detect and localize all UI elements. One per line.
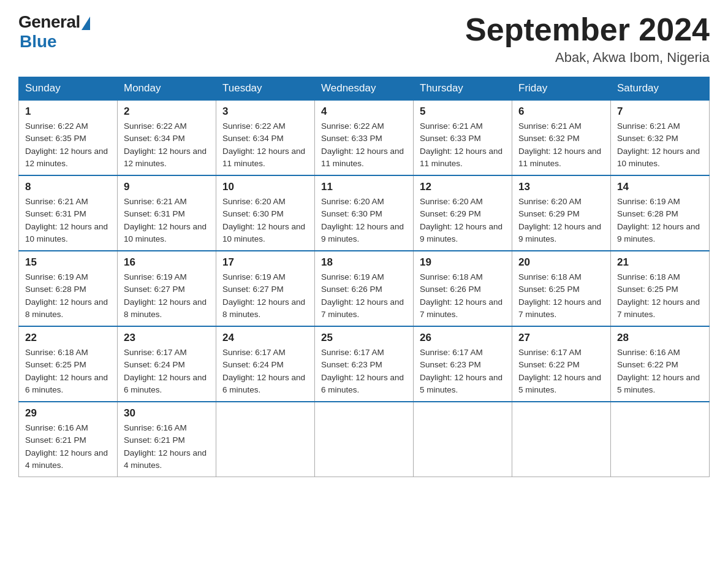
calendar-cell: 14Sunrise: 6:19 AMSunset: 6:28 PMDayligh… — [611, 175, 710, 251]
calendar-cell: 11Sunrise: 6:20 AMSunset: 6:30 PMDayligh… — [315, 175, 414, 251]
day-info: Sunrise: 6:18 AMSunset: 6:25 PMDaylight:… — [518, 271, 604, 321]
calendar-cell: 5Sunrise: 6:21 AMSunset: 6:33 PMDaylight… — [414, 100, 512, 175]
day-number: 25 — [321, 332, 407, 344]
calendar-cell — [512, 402, 611, 477]
calendar-cell: 9Sunrise: 6:21 AMSunset: 6:31 PMDaylight… — [118, 175, 216, 251]
month-title: September 2024 — [465, 12, 710, 47]
day-number: 27 — [518, 332, 604, 344]
calendar-cell: 22Sunrise: 6:18 AMSunset: 6:25 PMDayligh… — [19, 326, 118, 402]
day-number: 9 — [124, 181, 210, 193]
calendar-cell: 1Sunrise: 6:22 AMSunset: 6:35 PMDaylight… — [19, 100, 118, 175]
logo-blue-text: Blue — [20, 32, 57, 52]
calendar-cell: 29Sunrise: 6:16 AMSunset: 6:21 PMDayligh… — [19, 402, 118, 477]
day-number: 5 — [420, 105, 506, 118]
day-info: Sunrise: 6:21 AMSunset: 6:32 PMDaylight:… — [518, 120, 604, 170]
day-number: 16 — [124, 256, 210, 269]
calendar-cell — [414, 402, 512, 477]
week-row-3: 15Sunrise: 6:19 AMSunset: 6:28 PMDayligh… — [19, 251, 710, 326]
day-number: 19 — [420, 256, 506, 269]
day-info: Sunrise: 6:19 AMSunset: 6:27 PMDaylight:… — [222, 271, 308, 321]
day-number: 23 — [124, 332, 210, 344]
calendar-cell: 24Sunrise: 6:17 AMSunset: 6:24 PMDayligh… — [216, 326, 315, 402]
week-row-2: 8Sunrise: 6:21 AMSunset: 6:31 PMDaylight… — [19, 175, 710, 251]
day-info: Sunrise: 6:18 AMSunset: 6:26 PMDaylight:… — [420, 271, 506, 321]
calendar-table: SundayMondayTuesdayWednesdayThursdayFrid… — [18, 77, 710, 477]
calendar-cell: 21Sunrise: 6:18 AMSunset: 6:25 PMDayligh… — [611, 251, 710, 326]
logo-triangle-icon — [82, 17, 90, 30]
logo-general-text: General — [18, 12, 80, 32]
day-info: Sunrise: 6:17 AMSunset: 6:24 PMDaylight:… — [124, 347, 210, 396]
day-info: Sunrise: 6:21 AMSunset: 6:33 PMDaylight:… — [420, 120, 506, 170]
weekday-header-wednesday: Wednesday — [315, 77, 414, 101]
day-info: Sunrise: 6:17 AMSunset: 6:23 PMDaylight:… — [321, 347, 407, 396]
weekday-header-friday: Friday — [512, 77, 611, 101]
day-number: 4 — [321, 105, 407, 118]
day-info: Sunrise: 6:19 AMSunset: 6:28 PMDaylight:… — [617, 196, 703, 245]
day-info: Sunrise: 6:21 AMSunset: 6:31 PMDaylight:… — [124, 196, 210, 245]
calendar-cell: 17Sunrise: 6:19 AMSunset: 6:27 PMDayligh… — [216, 251, 315, 326]
weekday-header-row: SundayMondayTuesdayWednesdayThursdayFrid… — [19, 77, 710, 101]
calendar-cell — [611, 402, 710, 477]
calendar-cell: 20Sunrise: 6:18 AMSunset: 6:25 PMDayligh… — [512, 251, 611, 326]
day-info: Sunrise: 6:16 AMSunset: 6:21 PMDaylight:… — [124, 422, 210, 472]
day-number: 13 — [518, 181, 604, 193]
day-info: Sunrise: 6:19 AMSunset: 6:26 PMDaylight:… — [321, 271, 407, 321]
day-info: Sunrise: 6:16 AMSunset: 6:21 PMDaylight:… — [25, 422, 111, 472]
day-number: 26 — [420, 332, 506, 344]
day-info: Sunrise: 6:22 AMSunset: 6:34 PMDaylight:… — [124, 120, 210, 170]
day-info: Sunrise: 6:20 AMSunset: 6:29 PMDaylight:… — [518, 196, 604, 245]
calendar-cell: 13Sunrise: 6:20 AMSunset: 6:29 PMDayligh… — [512, 175, 611, 251]
calendar-cell: 2Sunrise: 6:22 AMSunset: 6:34 PMDaylight… — [118, 100, 216, 175]
calendar-cell: 28Sunrise: 6:16 AMSunset: 6:22 PMDayligh… — [611, 326, 710, 402]
weekday-header-sunday: Sunday — [19, 77, 118, 101]
day-info: Sunrise: 6:21 AMSunset: 6:32 PMDaylight:… — [617, 120, 703, 170]
location-title: Abak, Akwa Ibom, Nigeria — [465, 50, 710, 66]
day-number: 14 — [617, 181, 703, 193]
calendar-cell: 4Sunrise: 6:22 AMSunset: 6:33 PMDaylight… — [315, 100, 414, 175]
day-number: 10 — [222, 181, 308, 193]
title-block: September 2024 Abak, Akwa Ibom, Nigeria — [465, 12, 710, 66]
day-info: Sunrise: 6:22 AMSunset: 6:33 PMDaylight:… — [321, 120, 407, 170]
day-info: Sunrise: 6:22 AMSunset: 6:34 PMDaylight:… — [222, 120, 308, 170]
calendar-cell: 6Sunrise: 6:21 AMSunset: 6:32 PMDaylight… — [512, 100, 611, 175]
day-info: Sunrise: 6:22 AMSunset: 6:35 PMDaylight:… — [25, 120, 111, 170]
calendar-cell — [315, 402, 414, 477]
day-number: 2 — [124, 105, 210, 118]
calendar-cell: 15Sunrise: 6:19 AMSunset: 6:28 PMDayligh… — [19, 251, 118, 326]
day-number: 18 — [321, 256, 407, 269]
calendar-cell: 23Sunrise: 6:17 AMSunset: 6:24 PMDayligh… — [118, 326, 216, 402]
calendar-cell: 16Sunrise: 6:19 AMSunset: 6:27 PMDayligh… — [118, 251, 216, 326]
day-number: 6 — [518, 105, 604, 118]
day-info: Sunrise: 6:17 AMSunset: 6:24 PMDaylight:… — [222, 347, 308, 396]
weekday-header-monday: Monday — [118, 77, 216, 101]
calendar-cell: 19Sunrise: 6:18 AMSunset: 6:26 PMDayligh… — [414, 251, 512, 326]
day-number: 17 — [222, 256, 308, 269]
day-info: Sunrise: 6:17 AMSunset: 6:23 PMDaylight:… — [420, 347, 506, 396]
day-number: 29 — [25, 407, 111, 419]
day-info: Sunrise: 6:20 AMSunset: 6:30 PMDaylight:… — [222, 196, 308, 245]
day-number: 8 — [25, 181, 111, 193]
day-info: Sunrise: 6:16 AMSunset: 6:22 PMDaylight:… — [617, 347, 703, 396]
weekday-header-tuesday: Tuesday — [216, 77, 315, 101]
day-number: 28 — [617, 332, 703, 344]
day-info: Sunrise: 6:19 AMSunset: 6:27 PMDaylight:… — [124, 271, 210, 321]
calendar-cell: 7Sunrise: 6:21 AMSunset: 6:32 PMDaylight… — [611, 100, 710, 175]
day-number: 12 — [420, 181, 506, 193]
weekday-header-saturday: Saturday — [611, 77, 710, 101]
calendar-cell: 18Sunrise: 6:19 AMSunset: 6:26 PMDayligh… — [315, 251, 414, 326]
day-info: Sunrise: 6:17 AMSunset: 6:22 PMDaylight:… — [518, 347, 604, 396]
calendar-cell: 3Sunrise: 6:22 AMSunset: 6:34 PMDaylight… — [216, 100, 315, 175]
day-info: Sunrise: 6:21 AMSunset: 6:31 PMDaylight:… — [25, 196, 111, 245]
day-number: 11 — [321, 181, 407, 193]
calendar-cell: 12Sunrise: 6:20 AMSunset: 6:29 PMDayligh… — [414, 175, 512, 251]
calendar-cell — [216, 402, 315, 477]
day-info: Sunrise: 6:20 AMSunset: 6:30 PMDaylight:… — [321, 196, 407, 245]
week-row-4: 22Sunrise: 6:18 AMSunset: 6:25 PMDayligh… — [19, 326, 710, 402]
calendar-cell: 27Sunrise: 6:17 AMSunset: 6:22 PMDayligh… — [512, 326, 611, 402]
calendar-cell: 8Sunrise: 6:21 AMSunset: 6:31 PMDaylight… — [19, 175, 118, 251]
day-info: Sunrise: 6:18 AMSunset: 6:25 PMDaylight:… — [617, 271, 703, 321]
calendar-cell: 10Sunrise: 6:20 AMSunset: 6:30 PMDayligh… — [216, 175, 315, 251]
logo: General Blue — [18, 12, 90, 52]
week-row-1: 1Sunrise: 6:22 AMSunset: 6:35 PMDaylight… — [19, 100, 710, 175]
day-number: 21 — [617, 256, 703, 269]
